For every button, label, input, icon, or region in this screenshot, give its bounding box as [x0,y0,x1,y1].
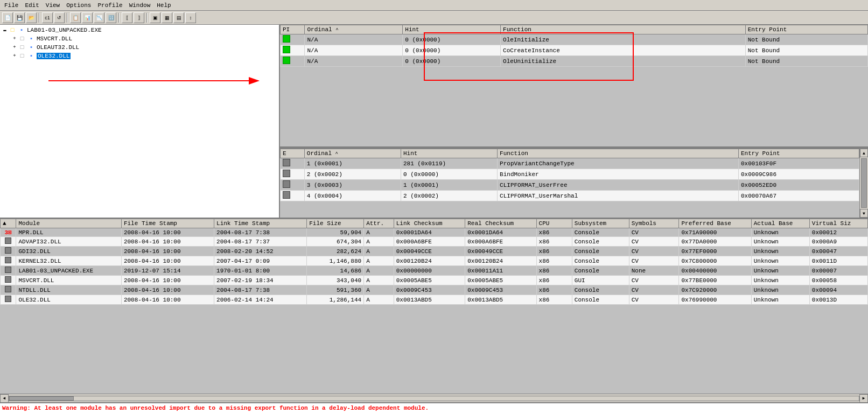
scroll-up-btn[interactable]: ▲ [860,149,868,157]
tree-panel[interactable]: ▬ □ ▪ LAB01-03_UNPACKED.EXE + □ ▪ MSVCRT… [0,25,280,218]
mod-col-linktime[interactable]: Link Time Stamp [214,219,307,228]
menu-window[interactable]: Window [126,1,154,10]
mod-linkcheck: 0x00120B24 [394,256,465,266]
mod-cpu: x86 [536,237,572,247]
scroll-thumb[interactable] [861,158,867,208]
toolbar-btn-11[interactable]: ⟧ [134,12,144,23]
mod-col-prefbase[interactable]: Preferred Base [679,219,751,228]
mod-col-attr[interactable]: Attr. [364,219,394,228]
toolbar-btn-1[interactable]: 📄 [2,12,13,23]
menu-profile[interactable]: Profile [94,1,125,10]
export-row[interactable]: 1 (0x0001) 281 (0x0119) PropVariantChang… [281,158,859,169]
toolbar-btn-2[interactable]: 💾 [14,12,25,23]
toolbar-btn-3[interactable]: 📂 [26,12,37,23]
export-scrollbar[interactable]: ▲ ▼ [859,149,868,218]
mod-linktime: 1970-01-01 8:00 [214,266,307,276]
toolbar-btn-10[interactable]: ⟦ [122,12,132,23]
toolbar-btn-9[interactable]: 🔢 [106,12,116,23]
mod-col-filesize[interactable]: File Size [307,219,364,228]
mod-col-realcheck[interactable]: Real Checksum [465,219,536,228]
module-row[interactable]: 3⊠ MPR.DLL 2008-04-16 10:00 2004-08-17 7… [1,228,868,237]
tree-item-ole32[interactable]: + □ ▪ OLE32.DLL [1,52,278,60]
toolbar-btn-6[interactable]: 📋 [70,12,81,23]
tree-item-msvcrt[interactable]: + □ ▪ MSVCRT.DLL [1,34,278,43]
export-hint: 1 (0x0001) [401,180,497,191]
mod-check [1,276,16,285]
export-row[interactable]: 3 (0x0003) 1 (0x0001) CLIPFORMAT_UserFre… [281,180,859,191]
toolbar-btn-4[interactable]: c1 [42,12,53,23]
toolbar-btn-15[interactable]: ↕ [185,12,196,23]
menu-view[interactable]: View [43,1,63,10]
import-col-hint[interactable]: Hint [403,25,501,34]
mod-module: MPR.DLL [16,228,121,237]
h-scroll-right-btn[interactable]: ► [859,394,868,403]
toolbar-btn-12[interactable]: ▣ [150,12,160,23]
export-ordinal: 3 (0x0003) [304,180,401,191]
toolbar-btn-13[interactable]: ▦ [162,12,172,23]
module-row[interactable]: ADVAPI32.DLL 2008-04-16 10:00 2004-08-17… [1,237,868,247]
tree-root[interactable]: ▬ □ ▪ LAB01-03_UNPACKED.EXE [1,26,278,34]
import-table-container[interactable]: PI Ordinal ^ Hint Function Entry Point N… [280,25,868,148]
mod-col-cpu[interactable]: CPU [536,219,572,228]
h-scrollbar[interactable]: ◄ ► [0,394,868,402]
tree-expander-msvcrt[interactable]: + [11,36,18,41]
module-row[interactable]: NTDLL.DLL 2008-04-16 10:00 2004-08-17 7:… [1,285,868,295]
export-row[interactable]: 4 (0x0004) 2 (0x0002) CLIPFORMAT_UserMar… [281,191,859,201]
toolbar-btn-7[interactable]: 📊 [82,12,93,23]
tree-expander-ole32[interactable]: + [11,53,18,59]
export-col-e[interactable]: E [281,149,305,158]
mod-col-subsystem[interactable]: Subsystem [572,219,629,228]
mod-module: OLE32.DLL [16,295,121,305]
tree-label-ole32: OLE32.DLL [37,53,71,59]
mod-realcheck: 0x0005ABE5 [465,276,536,285]
scroll-down-btn[interactable]: ▼ [860,209,868,218]
toolbar-btn-8[interactable]: 📉 [94,12,104,23]
export-function: PropVariantChangeType [498,158,739,169]
export-table-container[interactable]: E Ordinal ^ Hint Function Entry Point 1 … [280,149,859,219]
module-row[interactable]: KERNEL32.DLL 2008-04-16 10:00 2007-04-17… [1,256,868,266]
h-scroll-left-btn[interactable]: ◄ [0,394,9,403]
module-row[interactable]: OLE32.DLL 2008-04-16 10:00 2006-02-14 14… [1,295,868,305]
mod-col-check[interactable]: ▲ [1,219,16,228]
import-pi [281,56,305,67]
mod-col-filetime[interactable]: File Time Stamp [121,219,214,228]
export-col-entrypoint[interactable]: Entry Point [739,149,859,158]
menu-help[interactable]: Help [153,1,174,10]
mod-filetime: 2008-04-16 10:00 [121,247,214,256]
mod-col-actbase[interactable]: Actual Base [751,219,809,228]
toolbar-btn-5[interactable]: ↺ [54,12,65,23]
import-col-function[interactable]: Function [501,25,746,34]
main-container: ▬ □ ▪ LAB01-03_UNPACKED.EXE + □ ▪ MSVCRT… [0,25,868,413]
mod-col-linkcheck[interactable]: Link Checksum [394,219,465,228]
toolbar-btn-14[interactable]: ▤ [173,12,184,23]
import-col-pi[interactable]: PI [281,25,305,34]
export-col-hint[interactable]: Hint [401,149,497,158]
h-scrollbar-thumb[interactable] [9,396,74,401]
menu-file[interactable]: File [1,1,22,10]
mod-col-module[interactable]: Module [16,219,121,228]
import-row[interactable]: N/A 0 (0x0000) CoCreateInstance Not Boun… [281,45,868,56]
import-col-entrypoint[interactable]: Entry Point [745,25,867,34]
mod-linktime: 2004-08-17 7:38 [214,285,307,295]
menu-options[interactable]: Options [63,1,94,10]
import-row[interactable]: N/A 0 (0x0000) OleUninitialize Not Bound [281,56,868,67]
mod-attr: A [364,295,394,305]
tree-expander-root[interactable]: ▬ [1,27,9,33]
mod-col-symbols[interactable]: Symbols [629,219,679,228]
module-table-container[interactable]: ▲ Module File Time Stamp Link Time Stamp… [0,219,868,394]
export-col-ordinal[interactable]: Ordinal ^ [304,149,401,158]
menu-edit[interactable]: Edit [22,1,42,10]
tree-expander-oleaut32[interactable]: + [11,45,18,50]
import-col-ordinal[interactable]: Ordinal ^ [305,25,403,34]
module-row[interactable]: LAB01-03_UNPACKED.EXE 2019-12-07 15:14 1… [1,266,868,276]
import-row[interactable]: N/A 0 (0x0000) OleInitialize Not Bound [281,34,868,45]
status-message: Warning: At least one module has an unre… [2,405,429,411]
mod-realcheck: 0x00049CCE [465,247,536,256]
module-row[interactable]: MSVCRT.DLL 2008-04-16 10:00 2007-02-19 1… [1,276,868,285]
tree-icon-msvcrt: □ [18,35,26,43]
mod-col-virtsize[interactable]: Virtual Siz [809,219,867,228]
export-col-function[interactable]: Function [498,149,739,158]
module-row[interactable]: GDI32.DLL 2008-04-16 10:00 2008-02-20 14… [1,247,868,256]
export-row[interactable]: 2 (0x0002) 0 (0x0000) BindMoniker 0x0009… [281,169,859,180]
tree-item-oleaut32[interactable]: + □ ▪ OLEAUT32.DLL [1,43,278,52]
